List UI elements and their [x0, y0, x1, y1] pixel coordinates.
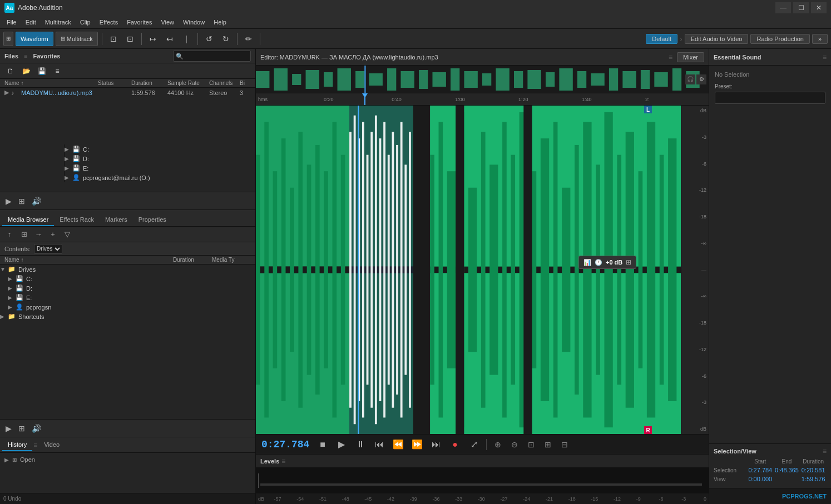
menu-clip[interactable]: Clip: [76, 18, 95, 27]
tab-history[interactable]: History: [2, 439, 32, 451]
selection-popup: 📊 🕐 +0 dB ⊞: [578, 256, 636, 269]
tab-media-browser[interactable]: Media Browser: [2, 214, 54, 226]
zoom-button-4[interactable]: ⊞: [541, 438, 555, 451]
media-export-button[interactable]: ⊞: [18, 424, 25, 433]
multitrack-label: Multitrack: [67, 36, 93, 42]
svg-rect-64: [430, 155, 434, 385]
files-play-button[interactable]: ▶: [6, 197, 12, 206]
workspace-edit-audio-button[interactable]: Edit Audio to Video: [685, 34, 749, 44]
workspace-radio-button[interactable]: Radio Production: [750, 34, 809, 44]
prev-button[interactable]: ⏮: [372, 437, 387, 452]
tree-e[interactable]: ▶ 💾 E:: [0, 293, 255, 302]
record-button[interactable]: ●: [447, 437, 463, 452]
history-item-open[interactable]: ▶ ⊞ Open: [4, 455, 251, 464]
view-toggle-button[interactable]: ⊞: [3, 32, 13, 46]
media-add-button[interactable]: +: [47, 228, 59, 241]
waveform-button[interactable]: Waveform: [16, 32, 53, 46]
media-up-button[interactable]: ↑: [3, 228, 16, 241]
menu-view[interactable]: View: [156, 18, 179, 27]
next-button[interactable]: ⏭: [428, 437, 444, 452]
media-col-name[interactable]: Name ↑: [4, 257, 173, 263]
zoom-in-button[interactable]: ⊕: [491, 438, 504, 451]
zoom-out-button[interactable]: ⊖: [508, 438, 521, 451]
media-filter-button[interactable]: ▽: [61, 228, 73, 241]
tab-video[interactable]: Video: [38, 439, 65, 451]
tree-d[interactable]: ▶ 💾 D:: [0, 283, 255, 293]
rwd-button[interactable]: ⏪: [390, 437, 406, 452]
workspace-default-button[interactable]: Default: [646, 34, 677, 44]
menu-help[interactable]: Help: [209, 18, 231, 27]
sv-sel-duration[interactable]: 0:20.581: [800, 467, 827, 473]
tab-properties[interactable]: Properties: [133, 214, 172, 226]
zoom-fit-button[interactable]: ⊡: [525, 438, 538, 451]
media-volume-button[interactable]: 🔊: [32, 424, 41, 433]
tree-pcprogsn[interactable]: ▶ 👤 pcprogsn: [0, 302, 255, 312]
toolbar-icon-pencil[interactable]: ✏: [241, 32, 256, 46]
sv-sel-end[interactable]: 0:48.365: [774, 467, 800, 473]
menu-favorites[interactable]: Favorites: [122, 18, 156, 27]
history-expand[interactable]: ▶: [4, 457, 9, 463]
loop-button[interactable]: ⤢: [466, 437, 482, 452]
menu-multitrack[interactable]: Multitrack: [41, 18, 76, 27]
tab-effects-rack[interactable]: Effects Rack: [54, 214, 100, 226]
files-open-button[interactable]: 📂: [19, 64, 33, 78]
media-nav2-button[interactable]: →: [32, 228, 44, 241]
contents-select[interactable]: Drives: [34, 244, 62, 254]
popup-expand-button[interactable]: ⊞: [626, 258, 631, 266]
pause-button[interactable]: ⏸: [353, 437, 368, 452]
db-neg3-top: -3: [702, 134, 706, 140]
menu-edit[interactable]: Edit: [21, 18, 41, 27]
toolbar-icon-1[interactable]: ⊡: [106, 32, 121, 46]
play-button[interactable]: ▶: [334, 437, 349, 452]
mixer-button[interactable]: Mixer: [677, 52, 704, 62]
toolbar-icon-5[interactable]: |: [179, 32, 194, 46]
toolbar-icon-4[interactable]: ↤: [162, 32, 177, 46]
svg-rect-54: [383, 122, 385, 418]
toolbar-icon-2[interactable]: ⊡: [123, 32, 137, 46]
waveform-main[interactable]: L R 📊 🕐 +0 dB ⊞: [256, 106, 681, 434]
sv-view-start[interactable]: 0:00.000: [747, 476, 774, 482]
workspace-more-button[interactable]: »: [812, 34, 828, 44]
files-volume-button[interactable]: 🔊: [32, 197, 41, 206]
media-nav-button[interactable]: ⊞: [18, 228, 30, 241]
mini-wave-zoom-in[interactable]: 🎧: [685, 74, 695, 84]
toolbar-icon-7[interactable]: ↻: [219, 32, 233, 46]
svg-rect-41: [307, 164, 311, 375]
editor-menu-icon[interactable]: ≡: [669, 53, 672, 61]
files-search-input[interactable]: [173, 51, 251, 62]
file-row[interactable]: ▶ ♪ MADDYMU...udio.ru).mp3 1:59.576 4410…: [0, 88, 255, 97]
zoom-button-5[interactable]: ⊟: [558, 438, 571, 451]
toolbar-icon-6[interactable]: ↺: [202, 32, 216, 46]
favorites-label[interactable]: Favorites: [33, 53, 61, 59]
minimize-button[interactable]: —: [775, 2, 791, 13]
col-name-header[interactable]: Name ↑: [4, 80, 98, 86]
tree-shortcuts[interactable]: ▶ 📁 Shortcuts: [0, 312, 255, 321]
preset-input[interactable]: [715, 92, 825, 104]
stop-button[interactable]: ■: [315, 437, 330, 452]
files-menu-button[interactable]: ≡: [50, 64, 65, 78]
sv-sel-start[interactable]: 0:27.784: [747, 467, 774, 473]
menu-file[interactable]: File: [2, 18, 21, 27]
r-badge[interactable]: R: [644, 426, 652, 434]
maximize-button[interactable]: ☐: [793, 2, 809, 13]
multitrack-button[interactable]: ⊞ Multitrack: [56, 32, 98, 46]
essential-menu-icon: ≡: [823, 53, 827, 61]
files-panel: Files ≡ Favorites 🗋 📂 💾 ≡ Name ↑ Status …: [0, 49, 255, 210]
sv-view-duration[interactable]: 1:59.576: [800, 476, 827, 482]
menu-window[interactable]: Window: [179, 18, 209, 27]
fwd-button[interactable]: ⏩: [409, 437, 425, 452]
files-save-button[interactable]: 💾: [34, 64, 49, 78]
l-badge[interactable]: L: [644, 106, 652, 113]
close-button[interactable]: ✕: [811, 2, 827, 13]
media-play-button[interactable]: ▶: [6, 424, 12, 433]
tree-c[interactable]: ▶ 💾 C:: [0, 274, 255, 283]
tab-markers[interactable]: Markers: [100, 214, 133, 226]
menu-effects[interactable]: Effects: [95, 18, 122, 27]
mini-wave-settings[interactable]: ⚙: [696, 74, 706, 84]
sv-view-end[interactable]: [774, 476, 800, 482]
tree-drives[interactable]: ▼ 📁 Drives: [0, 265, 255, 274]
svg-rect-22: [591, 73, 604, 86]
files-new-button[interactable]: 🗋: [3, 64, 18, 78]
toolbar-icon-3[interactable]: ↦: [146, 32, 160, 46]
files-export-button[interactable]: ⊞: [18, 197, 25, 206]
